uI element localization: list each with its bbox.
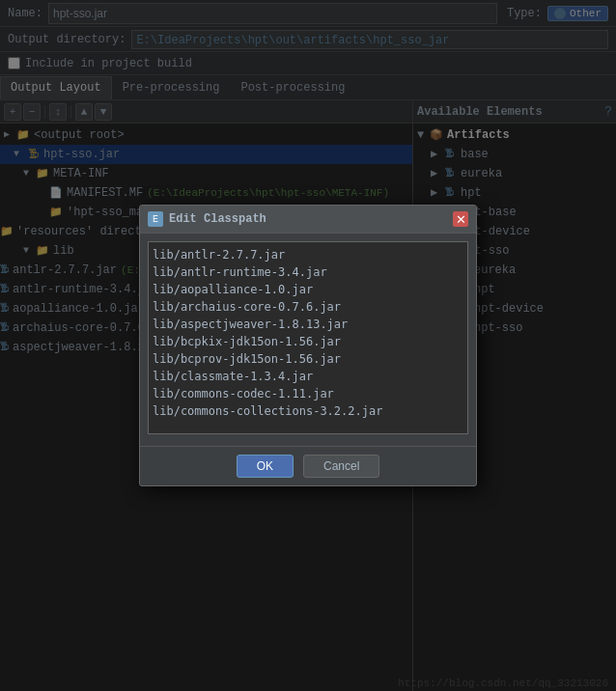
classpath-textarea[interactable]: lib/antlr-2.7.7.jar lib/antlr-runtime-3.… [148,241,468,434]
modal-body: lib/antlr-2.7.7.jar lib/antlr-runtime-3.… [140,234,476,446]
modal-close-button[interactable]: ✕ [453,211,468,227]
edit-classpath-modal: E Edit Classpath ✕ lib/antlr-2.7.7.jar l… [139,205,477,486]
cancel-button[interactable]: Cancel [303,455,379,478]
modal-footer: OK Cancel [140,446,476,485]
modal-title-bar: E Edit Classpath ✕ [140,206,476,234]
modal-overlay: E Edit Classpath ✕ lib/antlr-2.7.7.jar l… [0,0,616,691]
modal-icon: E [148,211,163,227]
modal-title: Edit Classpath [169,212,453,226]
ok-button[interactable]: OK [237,455,294,478]
